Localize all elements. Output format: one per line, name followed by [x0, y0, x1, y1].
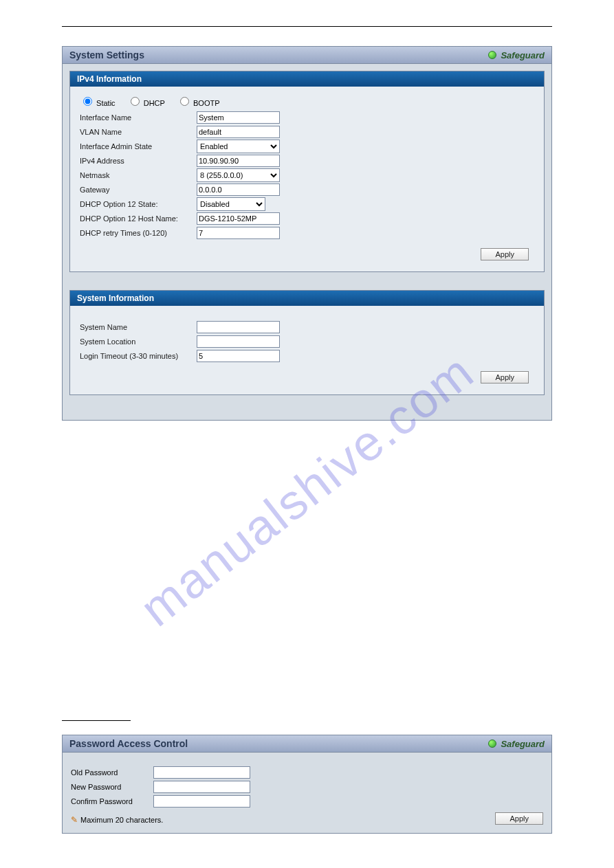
password-note: ✎ Maximum 20 characters. — [71, 815, 163, 825]
radio-dhcp[interactable]: DHCP — [127, 99, 165, 107]
new-password-label: New Password — [71, 783, 153, 791]
gateway-label: Gateway — [80, 186, 197, 194]
old-password-label: Old Password — [71, 768, 153, 777]
radio-bootp[interactable]: BOOTP — [177, 99, 220, 107]
dhcp12-host-input[interactable] — [197, 212, 280, 225]
ipv4-address-label: IPv4 Address — [80, 157, 197, 165]
confirm-password-label: Confirm Password — [71, 797, 153, 805]
radio-static-label: Static — [96, 99, 116, 107]
admin-state-select[interactable]: Enabled — [197, 140, 280, 153]
panel-header-password: Password Access Control Safeguard — [63, 735, 551, 753]
safeguard-badge: Safeguard — [488, 50, 545, 60]
section-body-sysinfo: System Name System Location Login Timeou… — [70, 306, 544, 394]
password-note-text: Maximum 20 characters. — [80, 816, 163, 824]
panel-system-settings: System Settings Safeguard IPv4 Informati… — [62, 46, 552, 421]
system-location-label: System Location — [80, 337, 197, 346]
panel-body-password: Old Password New Password Confirm Passwo… — [63, 753, 551, 833]
apply-button-password[interactable]: Apply — [495, 812, 543, 825]
ipv4-address-input[interactable] — [197, 155, 280, 167]
ip-mode-radio-group: Static DHCP BOOTP — [80, 95, 534, 107]
vlan-name-label: VLAN Name — [80, 128, 197, 136]
safeguard-icon-2 — [488, 739, 496, 748]
dhcp12-host-label: DHCP Option 12 Host Name: — [80, 214, 197, 223]
section-header-sysinfo: System Information — [70, 291, 544, 306]
netmask-label: Netmask — [80, 171, 197, 179]
radio-bootp-input[interactable] — [180, 97, 189, 106]
section-body-ipv4: Static DHCP BOOTP Interface Name VLAN Na… — [70, 87, 544, 271]
pencil-icon: ✎ — [71, 815, 78, 825]
page-title-password: Password Access Control — [69, 738, 188, 749]
safeguard-label-2: Safeguard — [501, 739, 545, 749]
confirm-password-input[interactable] — [153, 795, 250, 808]
radio-dhcp-label: DHCP — [144, 99, 165, 107]
system-name-label: System Name — [80, 323, 197, 331]
login-timeout-input[interactable] — [197, 350, 280, 362]
gateway-input[interactable] — [197, 183, 280, 196]
vlan-name-input[interactable] — [197, 126, 280, 138]
safeguard-label: Safeguard — [501, 50, 545, 60]
page-title: System Settings — [69, 49, 144, 60]
divider-top — [62, 26, 552, 27]
dhcp-retry-input[interactable] — [197, 227, 280, 239]
login-timeout-label: Login Timeout (3-30 minutes) — [80, 352, 197, 360]
apply-button-ipv4[interactable]: Apply — [481, 248, 529, 260]
mid-spacer: manualshive.com — [62, 441, 552, 709]
netmask-select[interactable]: 8 (255.0.0.0) — [197, 168, 280, 182]
section-system-information: System Information System Name System Lo… — [69, 290, 545, 395]
section-divider-underline — [62, 709, 131, 721]
apply-button-sysinfo[interactable]: Apply — [481, 371, 529, 383]
safeguard-badge-2: Safeguard — [488, 739, 545, 749]
interface-name-label: Interface Name — [80, 113, 197, 122]
section-header-ipv4: IPv4 Information — [70, 71, 544, 87]
panel-header-system-settings: System Settings Safeguard — [63, 47, 551, 64]
panel-body: IPv4 Information Static DHCP BOOTP Inter… — [63, 64, 551, 420]
radio-static-input[interactable] — [83, 97, 92, 106]
dhcp12-state-label: DHCP Option 12 State: — [80, 200, 197, 208]
new-password-input[interactable] — [153, 781, 250, 793]
admin-state-label: Interface Admin State — [80, 142, 197, 151]
section-ipv4-information: IPv4 Information Static DHCP BOOTP Inter… — [69, 71, 545, 272]
interface-name-input[interactable] — [197, 111, 280, 124]
radio-static[interactable]: Static — [80, 99, 116, 107]
safeguard-icon — [488, 51, 496, 59]
panel-password-access-control: Password Access Control Safeguard Old Pa… — [62, 735, 552, 834]
system-name-input[interactable] — [197, 321, 280, 333]
radio-dhcp-input[interactable] — [131, 97, 140, 106]
radio-bootp-label: BOOTP — [193, 99, 220, 107]
old-password-input[interactable] — [153, 766, 250, 779]
dhcp-retry-label: DHCP retry Times (0-120) — [80, 229, 197, 237]
dhcp12-state-select[interactable]: Disabled — [197, 197, 265, 211]
system-location-input[interactable] — [197, 335, 280, 348]
